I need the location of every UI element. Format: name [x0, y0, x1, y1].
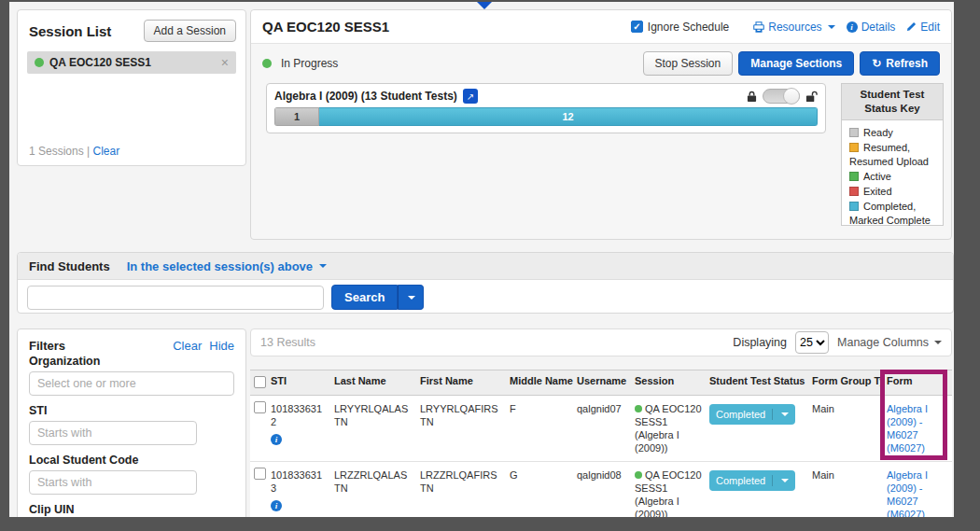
form-group-type-value: Main	[808, 396, 883, 422]
search-split-button[interactable]: Search	[331, 285, 424, 310]
username-value: qalgnid07	[573, 396, 631, 422]
username-value: qalgnid08	[573, 462, 631, 488]
manage-columns-label: Manage Columns	[837, 336, 929, 349]
status-key-label: Resumed, Resumed Upload	[849, 142, 929, 167]
session-list-item-label: QA EOC120 SESS1	[49, 56, 216, 69]
student-info-icon[interactable]: i	[271, 434, 282, 445]
col-header-session: Session	[631, 370, 706, 395]
organization-label: Organization	[29, 355, 234, 368]
col-header-student-test-status: Student Test Status	[706, 370, 808, 395]
lock-toggle[interactable]	[763, 89, 800, 104]
check-icon: ✓	[633, 21, 640, 32]
sti-input[interactable]	[29, 421, 197, 445]
ready-swatch-icon	[849, 128, 859, 137]
status-key-label: Active	[863, 171, 891, 182]
manage-columns-dropdown[interactable]: Manage Columns	[837, 336, 942, 349]
search-button[interactable]: Search	[331, 285, 398, 310]
edit-link[interactable]: Edit	[906, 21, 940, 34]
add-session-button[interactable]: Add a Session	[144, 20, 236, 42]
search-scope-label: In the selected session(s) above	[127, 259, 313, 273]
page-size-select[interactable]: 25	[795, 331, 829, 354]
test-progress-card: Algebra I (2009) (13 Student Tests) ↗ 1 …	[266, 83, 826, 133]
clip-uin-label: Clip UIN	[29, 503, 234, 516]
resumed-swatch-icon	[849, 143, 859, 152]
session-title: QA EOC120 SESS1	[262, 19, 389, 35]
row-checkbox[interactable]	[254, 401, 266, 413]
sti-value: 1018336313	[271, 468, 327, 495]
pencil-icon	[906, 21, 917, 32]
session-status-text: In Progress	[281, 57, 338, 70]
sti-label: STI	[29, 404, 234, 417]
middle-name-value: F	[506, 396, 573, 422]
refresh-button[interactable]: ↻ Refresh	[860, 51, 940, 76]
exited-swatch-icon	[849, 187, 859, 196]
find-students-panel: Find Students In the selected session(s)…	[17, 252, 954, 314]
chevron-down-icon	[319, 264, 327, 268]
manage-sections-button[interactable]: Manage Sections	[738, 51, 854, 76]
resources-label: Resources	[768, 21, 821, 34]
stop-session-button[interactable]: Stop Session	[643, 51, 734, 76]
session-list-item[interactable]: QA EOC120 SESS1 ×	[27, 51, 236, 74]
status-value: Completed	[709, 404, 772, 425]
filters-clear-link[interactable]: Clear	[173, 339, 202, 353]
status-key-item: Completed, Marked Complete	[849, 200, 935, 228]
local-student-code-input[interactable]	[29, 470, 197, 495]
table-row: 1018336312 i LRYYRLQALASTN LRYYRLQAFIRST…	[250, 396, 952, 462]
student-test-status-dropdown[interactable]: Completed	[709, 404, 795, 425]
chevron-down-icon	[828, 25, 835, 29]
last-name-value: LRYYRLQALASTN	[330, 396, 416, 435]
session-value: QA EOC120 SESS1 (Algebra I (2009))	[635, 469, 702, 517]
session-active-dot-icon	[635, 471, 642, 479]
status-key-label: Exited	[863, 186, 892, 197]
search-scope-dropdown[interactable]: In the selected session(s) above	[127, 259, 327, 273]
filters-title: Filters	[29, 339, 65, 353]
first-name-value: LRZZRLQAFIRSTN	[416, 462, 506, 501]
students-table: STI Last Name First Name Middle Name Use…	[250, 370, 952, 517]
search-options-caret[interactable]	[398, 285, 424, 310]
student-test-status-dropdown[interactable]: Completed	[709, 470, 795, 491]
session-detail-panel: QA EOC120 SESS1 ✓ Ignore Schedule Resour…	[250, 9, 952, 240]
filters-hide-link[interactable]: Hide	[209, 339, 234, 353]
session-list-footer: 1 Sessions | Clear	[29, 145, 119, 158]
filters-panel: Filters Clear Hide Organization STI Loca…	[17, 328, 246, 517]
organization-input[interactable]	[29, 371, 234, 396]
in-progress-dot-icon	[262, 59, 272, 68]
refresh-icon: ↻	[872, 57, 881, 70]
session-status-dot-icon	[35, 58, 44, 67]
status-key-item: Resumed, Resumed Upload	[849, 141, 935, 169]
col-header-username: Username	[573, 370, 631, 395]
row-checkbox[interactable]	[254, 468, 266, 480]
status-value: Completed	[709, 470, 772, 491]
remove-session-icon[interactable]: ×	[221, 56, 229, 69]
session-active-dot-icon	[635, 405, 642, 412]
displaying-label: Displaying	[733, 336, 787, 349]
printer-icon	[753, 21, 764, 33]
first-name-value: LRYYRLQAFIRSTN	[416, 396, 506, 435]
test-name: Algebra I (2009) (13 Student Tests)	[274, 90, 457, 103]
student-search-input[interactable]	[27, 286, 324, 310]
lock-open-icon	[805, 91, 818, 103]
external-link-icon[interactable]: ↗	[463, 89, 478, 104]
details-link[interactable]: i Details	[847, 21, 896, 34]
lock-closed-icon	[747, 91, 757, 103]
col-header-middle-name: Middle Name	[506, 370, 573, 395]
status-key-title: Student Test Status Key	[842, 84, 943, 120]
completed-swatch-icon	[849, 202, 859, 211]
toggle-knob[interactable]	[783, 88, 800, 105]
ignore-schedule-label: Ignore Schedule	[648, 21, 729, 34]
ignore-schedule-checkbox[interactable]: ✓	[631, 21, 643, 33]
resources-dropdown[interactable]: Resources	[753, 21, 834, 34]
form-link[interactable]: Algebra I (2009) - M6027 (M6027)	[883, 462, 952, 517]
local-student-code-label: Local Student Code	[29, 454, 234, 467]
form-link[interactable]: Algebra I (2009) - M6027 (M6027)	[883, 396, 952, 461]
student-info-icon[interactable]: i	[271, 500, 282, 511]
select-all-checkbox[interactable]	[254, 376, 266, 388]
info-icon: i	[847, 21, 858, 33]
form-group-type-value: Main	[808, 462, 883, 488]
sti-value: 1018336312	[271, 402, 327, 428]
results-section: 13 Results Displaying 25 Manage Columns …	[250, 328, 952, 517]
progress-segment-completed: 12	[319, 107, 818, 126]
clear-sessions-link[interactable]: Clear	[93, 145, 120, 158]
status-key-item: Exited	[849, 185, 935, 199]
results-count: 13 Results	[260, 336, 315, 349]
